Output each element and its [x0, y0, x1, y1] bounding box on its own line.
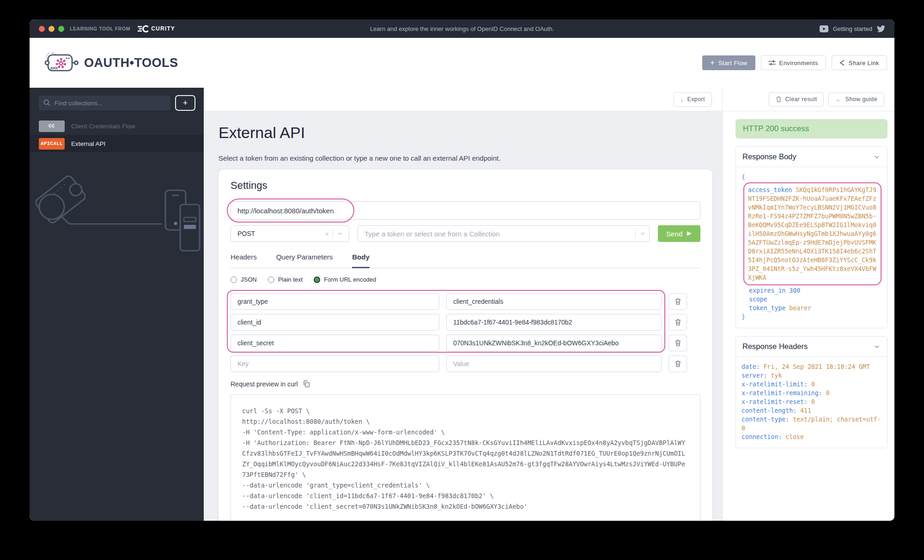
collections-sidebar: + CC Client Credentials Flow APICALL Ext…	[30, 88, 204, 521]
trash-icon	[675, 360, 681, 367]
param-key-input[interactable]	[231, 314, 439, 331]
app-logo[interactable]: OAUTH•TOOLS	[43, 49, 178, 76]
request-toolbar: ↓ Export	[204, 88, 722, 111]
delete-param-button[interactable]	[669, 314, 687, 331]
json-line: scope	[742, 295, 881, 304]
sidebar-item-client-credentials-flow[interactable]: CC Client Credentials Flow	[30, 117, 204, 135]
response-headers-header[interactable]: Response Headers	[736, 337, 887, 357]
param-value-input[interactable]	[446, 355, 662, 372]
param-row	[231, 335, 700, 351]
youtube-icon[interactable]	[820, 25, 828, 32]
learning-tool-label: LEARNING TOOL FROM	[70, 26, 130, 31]
curity-name: CURITY	[151, 25, 175, 32]
param-key-input[interactable]	[231, 293, 439, 310]
close-window-button[interactable]	[39, 26, 45, 32]
result-panel: Clear result ← Show guide HTTP 200 succe…	[722, 88, 894, 521]
zoom-window-button[interactable]	[58, 26, 64, 32]
delete-param-button[interactable]	[669, 355, 687, 372]
header-line: x-ratelimit-remaining: 0	[742, 389, 881, 397]
sidebar-item-external-api[interactable]: APICALL External API	[30, 135, 204, 152]
share-icon	[839, 60, 845, 66]
access-token-value: SKQq1kGf0RPs1hGAYKgTJ9NT19FSEDHN2FZK-hUo…	[748, 187, 876, 281]
curl-line: http://localhost:8080/auth/token \	[242, 416, 689, 427]
chevron-down-icon[interactable]	[333, 230, 345, 237]
response-body-card: Response Body { access_token SKQq1kGf0RP…	[736, 146, 888, 328]
desktop-background: LEARNING TOOL FROM CURITY Learn and expl…	[0, 0, 924, 560]
delete-param-button[interactable]	[669, 293, 687, 310]
chevron-down-icon	[873, 153, 881, 161]
header-line: x-ratelimit-limit: 0	[742, 380, 881, 389]
share-link-button[interactable]: Share Link	[832, 55, 887, 70]
environments-button[interactable]: Environments	[761, 55, 826, 70]
http-method-select[interactable]: POST ×	[231, 225, 349, 242]
trash-icon	[675, 339, 681, 347]
curl-line: --data-urlencode 'client_secret=070N3s1U…	[242, 501, 689, 512]
tab-body[interactable]: Body	[352, 253, 370, 268]
status-badge: HTTP 200 success	[736, 119, 888, 138]
trash-icon	[776, 96, 782, 102]
app-window: LEARNING TOOL FROM CURITY Learn and expl…	[30, 19, 894, 521]
tab-query-parameters[interactable]: Query Parameters	[276, 253, 333, 268]
param-value-input[interactable]	[446, 293, 662, 310]
curl-preview-code: curl -Ss -X POST \ http://localhost:8080…	[231, 394, 700, 521]
clear-result-button[interactable]: Clear result	[769, 92, 824, 107]
send-arrow-icon	[687, 231, 692, 236]
request-tabs: Headers Query Parameters Body	[231, 253, 700, 268]
radio-json[interactable]: JSON	[231, 276, 257, 283]
chevron-down-icon	[873, 343, 881, 350]
download-icon: ↓	[681, 96, 684, 103]
app-header: OAUTH•TOOLS + Start Flow Environments	[30, 38, 894, 88]
oauth-tools-logo-icon	[43, 49, 79, 76]
divider	[635, 229, 636, 238]
param-key-input[interactable]	[231, 335, 439, 351]
radio-plain-text[interactable]: Plain text	[268, 276, 303, 283]
curity-logo-icon	[138, 25, 149, 33]
flow-type-badge: APICALL	[39, 138, 65, 150]
flow-type-badge: CC	[39, 120, 65, 132]
request-scroll-area[interactable]: External API Select a token from an exis…	[204, 111, 722, 521]
plus-icon: +	[710, 59, 715, 67]
search-collections-input[interactable]	[39, 96, 170, 110]
token-input[interactable]	[358, 225, 650, 242]
result-scroll-area[interactable]: HTTP 200 success Response Body { access_…	[723, 111, 894, 521]
response-headers-card: Response Headers date: Fri, 24 Sep 2021 …	[736, 336, 888, 448]
param-row	[231, 314, 700, 331]
param-value-input[interactable]	[446, 335, 662, 351]
export-button[interactable]: ↓ Export	[674, 92, 712, 107]
request-panel: ↓ Export External API Select a token fro…	[204, 88, 722, 521]
radio-circle	[314, 277, 320, 283]
param-key-input[interactable]	[231, 355, 439, 372]
curity-brand[interactable]: CURITY	[138, 25, 175, 33]
plus-icon: +	[183, 98, 188, 108]
sliders-icon	[769, 60, 776, 66]
radio-circle	[231, 277, 237, 283]
trash-icon	[675, 319, 681, 326]
twitter-icon[interactable]	[877, 25, 885, 32]
show-guide-button[interactable]: ← Show guide	[828, 92, 884, 107]
add-collection-button[interactable]: +	[175, 95, 195, 111]
delete-param-button[interactable]	[669, 335, 687, 351]
send-button[interactable]: Send	[658, 225, 700, 242]
window-titlebar: LEARNING TOOL FROM CURITY Learn and expl…	[30, 19, 894, 38]
header-line: connection: close	[742, 433, 881, 441]
radio-circle	[268, 277, 274, 283]
json-key: access_token	[748, 187, 792, 193]
radio-form-url-encoded[interactable]: Form URL encoded	[314, 276, 376, 283]
param-value-input[interactable]	[446, 314, 662, 331]
chevron-down-icon[interactable]	[639, 230, 646, 237]
endpoint-url-input[interactable]	[231, 201, 700, 220]
minimize-window-button[interactable]	[49, 26, 55, 32]
copy-curl-button[interactable]	[303, 380, 310, 388]
response-body-header[interactable]: Response Body	[736, 147, 887, 167]
search-icon	[43, 99, 50, 108]
curl-line: --data-urlencode 'grant_type=client_cred…	[242, 480, 689, 491]
curl-line: -H 'Content-Type: application/x-www-form…	[242, 427, 689, 438]
start-flow-button[interactable]: + Start Flow	[702, 55, 755, 70]
header-line: content-type: text/plain; charset=utf-8	[742, 415, 881, 433]
tab-headers[interactable]: Headers	[231, 253, 257, 268]
json-close-brace: }	[742, 313, 881, 321]
curl-preview-label: Request preview in curl	[231, 380, 298, 388]
clear-method-icon[interactable]: ×	[321, 230, 333, 238]
header-line: date: Fri, 24 Sep 2021 18:18:24 GMT	[742, 362, 881, 371]
getting-started-link[interactable]: Getting started	[833, 25, 872, 32]
